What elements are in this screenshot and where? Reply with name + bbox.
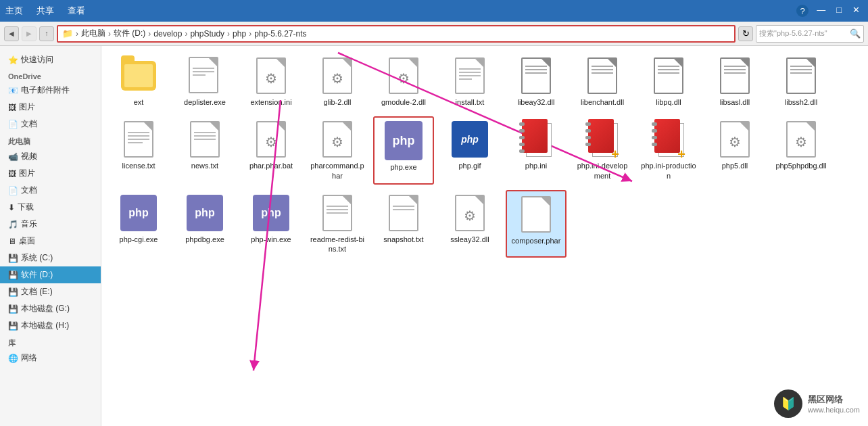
file-extension-ini[interactable]: ⚙ extension.ini <box>241 53 302 111</box>
tab-home[interactable]: 主页 <box>5 5 23 17</box>
filename-php-ini: php.ini <box>525 161 547 170</box>
search-icon[interactable]: 🔍 <box>850 28 861 39</box>
sidebar-item-photos[interactable]: 🖼 图片 <box>0 99 101 116</box>
file-php-ini-prod[interactable]: + php.ini-production <box>638 116 699 185</box>
breadcrumb-develop[interactable]: develop <box>153 29 182 39</box>
filename-extension-ini: extension.ini <box>250 97 291 107</box>
watermark-brand: 黑区网络 <box>808 394 860 406</box>
sidebar-item-documents[interactable]: 📄文档 <box>0 182 101 199</box>
main-layout: ⭐ 快速访问 OneDrive 📧 电子邮件附件 🖼 图片 📄 文档 此电脑 📹… <box>0 46 868 426</box>
breadcrumb-thispc[interactable]: 此电脑 <box>81 28 105 39</box>
filename-php5-dll: php5.dll <box>722 161 748 170</box>
watermark: 🔰 黑区网络 www.heiqu.com <box>774 389 860 418</box>
sidebar-item-network[interactable]: 🌐网络 <box>0 350 101 366</box>
tab-share[interactable]: 共享 <box>37 5 54 17</box>
close-button[interactable]: ✕ <box>850 5 863 17</box>
file-license[interactable]: license.txt <box>108 116 169 185</box>
file-gmodule2[interactable]: ⚙ gmodule-2.dll <box>373 53 434 111</box>
sidebar-item-e[interactable]: 💾文档 (E:) <box>0 283 101 300</box>
file-php-ini-dev[interactable]: + php.ini-development <box>572 116 633 185</box>
filename-license: license.txt <box>122 161 155 170</box>
breadcrumb[interactable]: 📁 › 此电脑 › 软件 (D:) › develop › phpStudy ›… <box>57 25 736 43</box>
file-phpdbg[interactable]: php phpdbg.exe <box>174 190 235 258</box>
file-phar-bat[interactable]: ⚙ phar.phar.bat <box>241 116 302 185</box>
file-pharcommand[interactable]: ⚙ pharcommand.phar <box>307 116 368 185</box>
file-deplister[interactable]: deplister.exe <box>174 53 235 111</box>
breadcrumb-d[interactable]: 软件 (D:) <box>114 28 145 39</box>
sidebar-item-g[interactable]: 💾本地磁盘 (G:) <box>0 300 101 317</box>
maximize-button[interactable]: □ <box>834 5 844 17</box>
sidebar-section-thispc: 此电脑 <box>0 133 101 148</box>
sidebar-item-h[interactable]: 💾本地磁盘 (H:) <box>0 317 101 334</box>
file-readme[interactable]: readme-redist-bins.txt <box>307 190 368 258</box>
tab-view[interactable]: 查看 <box>68 5 85 17</box>
sidebar-item-downloads[interactable]: ⬇下载 <box>0 199 101 216</box>
breadcrumb-phpstudy[interactable]: phpStudy <box>190 29 224 39</box>
file-libpq[interactable]: libpq.dll <box>638 53 699 111</box>
search-input[interactable]: 搜索"php-5.6.27-nts" 🔍 <box>756 25 864 43</box>
filename-deplister: deplister.exe <box>184 97 226 107</box>
file-php-exe[interactable]: php php.exe <box>373 116 434 185</box>
file-composer-phar[interactable]: composer.phar <box>506 190 566 258</box>
filename-glib2: glib-2.dll <box>324 97 352 107</box>
file-libsasl[interactable]: libsasl.dll <box>704 53 765 111</box>
sidebar-item-pictures[interactable]: 🖼图片 <box>0 165 101 182</box>
filename-readme: readme-redist-bins.txt <box>310 235 365 254</box>
sidebar-item-desktop[interactable]: 🖥桌面 <box>0 233 101 250</box>
file-glib2[interactable]: ⚙ glib-2.dll <box>307 53 368 111</box>
file-ssleay32[interactable]: ⚙ ssleay32.dll <box>439 190 500 258</box>
up-button[interactable]: ↑ <box>39 26 54 41</box>
watermark-text-container: 黑区网络 www.heiqu.com <box>808 394 860 414</box>
file-php-win[interactable]: php php-win.exe <box>241 190 302 258</box>
filename-pharcommand: pharcommand.phar <box>310 161 365 181</box>
file-news[interactable]: news.txt <box>174 116 235 185</box>
email-icon: 📧 <box>8 86 18 95</box>
filename-php-win: php-win.exe <box>251 235 291 244</box>
file-snapshot[interactable]: snapshot.txt <box>373 190 434 258</box>
help-button[interactable]: ? <box>796 5 809 17</box>
filename-phpdbg: phpdbg.exe <box>185 235 224 244</box>
sidebar-item-c[interactable]: 💾系统 (C:) <box>0 250 101 266</box>
file-php-gif[interactable]: php php.gif <box>439 116 500 185</box>
sidebar-item-d[interactable]: 💾软件 (D:) <box>0 266 101 283</box>
file-php5phpdbg[interactable]: ⚙ php5phpdbg.dll <box>771 116 831 185</box>
filename-libsasl: libsasl.dll <box>720 97 750 107</box>
sidebar-item-email[interactable]: 📧 电子邮件附件 <box>0 82 101 99</box>
filename-php-cgi: php-cgi.exe <box>120 235 158 244</box>
file-php-ini[interactable]: php.ini <box>506 116 566 185</box>
filename-install-txt: install.txt <box>456 97 485 107</box>
filename-libpq: libpq.dll <box>656 97 681 107</box>
breadcrumb-item-0[interactable]: 📁 <box>62 28 73 39</box>
sidebar: ⭐ 快速访问 OneDrive 📧 电子邮件附件 🖼 图片 📄 文档 此电脑 📹… <box>0 46 101 426</box>
file-libeay32[interactable]: libeay32.dll <box>506 53 566 111</box>
sidebar-item-video[interactable]: 📹视频 <box>0 148 101 165</box>
breadcrumb-current[interactable]: php-5.6.27-nts <box>254 29 306 39</box>
sidebar-item-quickaccess[interactable]: ⭐ 快速访问 <box>0 51 101 68</box>
forward-button[interactable]: ▶ <box>22 26 37 41</box>
window-controls: ? — □ ✕ <box>796 5 863 17</box>
sidebar-item-music[interactable]: 🎵音乐 <box>0 216 101 233</box>
filename-php-exe: php.exe <box>390 162 416 172</box>
file-php-cgi[interactable]: php php-cgi.exe <box>108 190 169 258</box>
file-area: ext depl <box>101 46 868 426</box>
filename-php-ini-dev: php.ini-development <box>575 161 630 181</box>
file-libenchant[interactable]: libenchant.dll <box>572 53 633 111</box>
file-ext[interactable]: ext <box>108 53 169 111</box>
photo-icon: 🖼 <box>8 103 16 112</box>
minimize-button[interactable]: — <box>814 5 828 17</box>
file-install-txt[interactable]: install.txt <box>439 53 500 111</box>
refresh-button[interactable]: ↻ <box>738 26 753 41</box>
file-grid: ext depl <box>108 53 861 258</box>
address-bar: ◀ ▶ ↑ 📁 › 此电脑 › 软件 (D:) › develop › phpS… <box>0 22 868 46</box>
title-bar: 主页 共享 查看 ? — □ ✕ <box>0 0 868 22</box>
file-php5-dll[interactable]: ⚙ php5.dll <box>704 116 765 185</box>
filename-libssh2: libssh2.dll <box>785 97 817 107</box>
filename-snapshot: snapshot.txt <box>383 235 423 244</box>
sidebar-item-docs[interactable]: 📄 文档 <box>0 116 101 133</box>
file-libssh2[interactable]: libssh2.dll <box>771 53 831 111</box>
back-button[interactable]: ◀ <box>4 26 19 41</box>
filename-php5phpdbg: php5phpdbg.dll <box>775 161 826 170</box>
watermark-url: www.heiqu.com <box>808 406 860 414</box>
filename-libenchant: libenchant.dll <box>581 97 624 107</box>
breadcrumb-php[interactable]: php <box>233 29 246 39</box>
